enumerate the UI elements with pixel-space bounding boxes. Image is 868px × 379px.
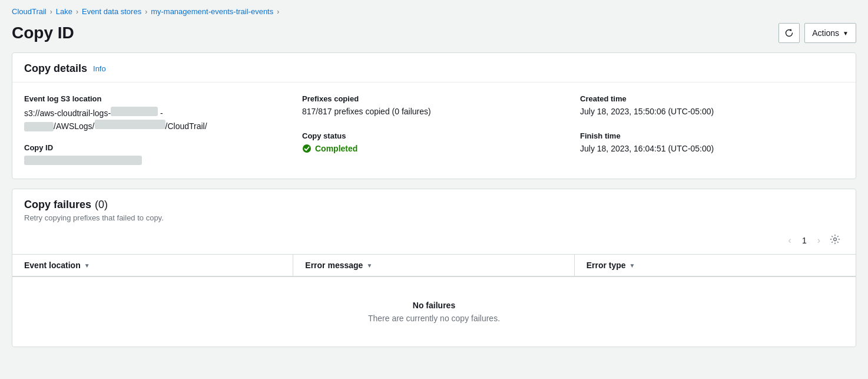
copy-id-blurred — [24, 156, 142, 165]
header-actions: Actions ▼ — [778, 23, 856, 43]
copy-failures-card: Copy failures (0) Retry copying prefixes… — [12, 189, 856, 347]
prefixes-copied-value: 817/817 prefixes copied (0 failures) — [302, 107, 566, 116]
finish-time-label: Finish time — [580, 131, 844, 140]
breadcrumb-trail-events[interactable]: my-management-events-trail-events — [151, 7, 273, 16]
s3-path-prefix: s3://aws-cloudtrail-logs- — [24, 108, 111, 118]
copy-failures-header: Copy failures (0) Retry copying prefixes… — [12, 189, 856, 227]
status-completed-icon — [302, 144, 312, 153]
s3-path-dash: - — [158, 108, 163, 118]
created-time-value: July 18, 2023, 15:50:06 (UTC-05:00) — [580, 107, 844, 116]
breadcrumb-event-data-stores[interactable]: Event data stores — [82, 7, 141, 16]
breadcrumb-sep-1: › — [50, 8, 52, 16]
info-link[interactable]: Info — [93, 64, 106, 73]
th-error-message-label: Error message — [305, 261, 363, 270]
svg-point-1 — [834, 238, 837, 241]
copy-id-label: Copy ID — [24, 143, 288, 152]
s3-path-blurred-3 — [95, 120, 165, 129]
detail-times: Created time July 18, 2023, 15:50:06 (UT… — [580, 94, 844, 167]
copy-failures-count: (0) — [95, 199, 108, 211]
breadcrumb-cloudtrail[interactable]: CloudTrail — [12, 7, 47, 16]
copy-details-header: Copy details Info — [12, 53, 856, 83]
empty-title: No failures — [24, 301, 844, 310]
page-header: Copy ID Actions ▼ — [0, 21, 868, 52]
actions-label: Actions — [812, 28, 839, 38]
sort-icon-error-type[interactable]: ▼ — [630, 262, 635, 269]
s3-path-blurred-1 — [111, 107, 158, 116]
th-error-message: Error message ▼ — [293, 255, 574, 276]
detail-s3-location: Event log S3 location s3://aws-cloudtrai… — [24, 94, 288, 167]
actions-chevron-icon: ▼ — [843, 30, 849, 37]
copy-status-value: Completed — [302, 144, 566, 153]
copy-status-text: Completed — [315, 144, 357, 153]
sort-icon-event-location[interactable]: ▼ — [84, 262, 90, 269]
chevron-right-icon: › — [817, 235, 820, 246]
pagination-bar: ‹ 1 › — [12, 227, 856, 254]
copy-id-value — [24, 156, 288, 167]
th-error-type: Error type ▼ — [575, 255, 856, 276]
copy-failures-title: Copy failures — [24, 199, 91, 211]
copy-failures-subtitle: Retry copying prefixes that failed to co… — [24, 213, 844, 222]
details-grid: Event log S3 location s3://aws-cloudtrai… — [24, 94, 844, 167]
table-header: Event location ▼ Error message ▼ Error t… — [12, 255, 856, 277]
breadcrumb-sep-2: › — [76, 8, 78, 16]
copy-status-label: Copy status — [302, 131, 566, 140]
finish-time-value: July 18, 2023, 16:04:51 (UTC-05:00) — [580, 144, 844, 153]
main-content: Copy details Info Event log S3 location … — [0, 52, 868, 368]
copy-details-body: Event log S3 location s3://aws-cloudtrai… — [12, 83, 856, 179]
th-error-type-label: Error type — [587, 261, 626, 270]
s3-path-awslogs: /AWSLogs/ — [54, 121, 95, 131]
page-title: Copy ID — [12, 24, 74, 42]
pagination-current-page: 1 — [797, 236, 811, 245]
pagination-settings-button[interactable] — [826, 232, 844, 249]
created-time-label: Created time — [580, 94, 844, 103]
refresh-button[interactable] — [778, 23, 800, 43]
breadcrumb: CloudTrail › Lake › Event data stores › … — [0, 0, 868, 21]
svg-point-0 — [303, 144, 311, 153]
breadcrumb-sep-4: › — [277, 8, 279, 16]
breadcrumb-sep-3: › — [145, 8, 147, 16]
actions-button[interactable]: Actions ▼ — [804, 23, 856, 43]
detail-prefixes: Prefixes copied 817/817 prefixes copied … — [302, 94, 566, 167]
prefixes-copied-label: Prefixes copied — [302, 94, 566, 103]
s3-path-blurred-2 — [24, 122, 54, 131]
failures-table: Event location ▼ Error message ▼ Error t… — [12, 254, 856, 347]
gear-icon — [830, 234, 840, 247]
th-event-location-label: Event location — [24, 261, 81, 270]
s3-path-cloudtrail: /CloudTrail/ — [165, 121, 207, 131]
sort-icon-error-message[interactable]: ▼ — [366, 262, 372, 269]
table-empty-state: No failures There are currently no copy … — [12, 277, 856, 347]
s3-location-label: Event log S3 location — [24, 94, 288, 103]
breadcrumb-lake[interactable]: Lake — [56, 7, 72, 16]
th-event-location: Event location ▼ — [12, 255, 293, 276]
copy-details-card: Copy details Info Event log S3 location … — [12, 52, 856, 179]
s3-location-value: s3://aws-cloudtrail-logs- - /AWSLogs//Cl… — [24, 107, 288, 133]
refresh-icon — [784, 28, 794, 38]
empty-subtitle: There are currently no copy failures. — [24, 314, 844, 323]
chevron-left-icon: ‹ — [789, 235, 791, 246]
pagination-next-button[interactable]: › — [814, 233, 824, 248]
pagination-prev-button[interactable]: ‹ — [785, 233, 795, 248]
copy-details-title: Copy details — [24, 62, 87, 75]
